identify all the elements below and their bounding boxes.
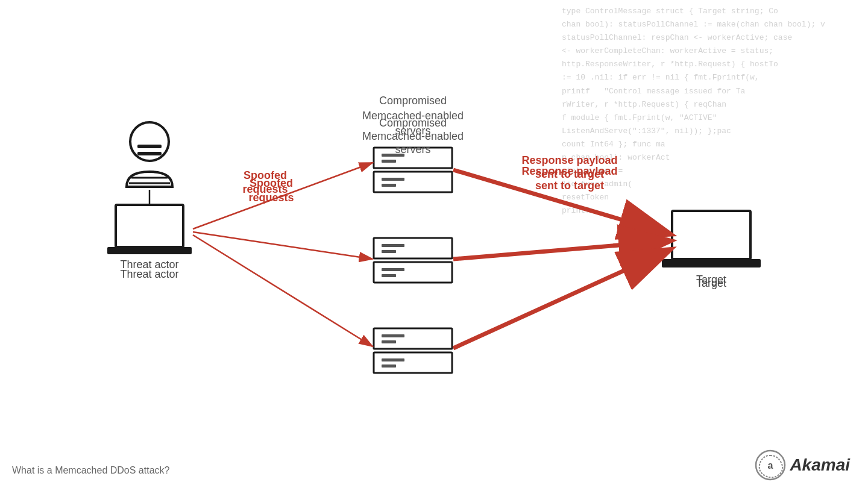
server-bot-1 <box>374 328 452 349</box>
akamai-logo: a Akamai <box>755 449 850 481</box>
akamai-logo-icon: a <box>755 449 786 481</box>
server-mid-1 <box>374 238 452 258</box>
server-top-1-line2 <box>382 160 396 163</box>
target-base <box>662 259 761 267</box>
server-top-2 <box>374 172 452 192</box>
server-bot-2 <box>374 352 452 373</box>
laptop-screen-threat <box>116 205 183 247</box>
response-label-div: Response payload sent to target <box>506 154 633 182</box>
server-mid-2 <box>374 262 452 283</box>
server-top-2-line1 <box>382 178 404 181</box>
server-mid-2-line1 <box>382 268 404 271</box>
comp-line2: Memcached-enabled <box>362 110 464 122</box>
resp-line2: sent to target <box>535 168 604 180</box>
server-bot-1-line2 <box>382 340 396 343</box>
person-visor-icon <box>137 145 162 148</box>
spoof-line1: Spoofed <box>244 169 287 181</box>
arrow-mid-to-target <box>453 241 669 259</box>
diagram-svg: Threat actor Target Co <box>0 0 868 488</box>
spoof-line2: requests <box>242 183 288 195</box>
threat-actor-text-div: Threat actor <box>113 268 186 281</box>
server-mid-1-line2 <box>382 250 396 253</box>
comp-line1: Compromised <box>379 95 447 107</box>
server-mid-1-line1 <box>382 244 404 247</box>
server-top-2-line2 <box>382 184 396 187</box>
akamai-text: Akamai <box>790 455 850 475</box>
svg-text:a: a <box>768 460 773 471</box>
comp-line3: servers <box>395 125 430 137</box>
server-bot-2-line2 <box>382 364 396 368</box>
compromised-label-div: Compromised Memcached-enabled servers <box>353 93 473 139</box>
person-visor2-icon <box>137 152 162 155</box>
target-screen <box>672 211 750 259</box>
laptop-base-threat <box>107 247 192 254</box>
spoofed-label-div: Spoofed requests <box>217 169 313 197</box>
arrow-to-bot <box>193 235 373 346</box>
arrow-to-mid <box>193 232 373 259</box>
server-mid-2-line2 <box>382 274 396 277</box>
person-body-icon <box>127 172 172 187</box>
arrow-bot-to-target <box>453 250 669 348</box>
target-text-div: Target <box>675 277 747 290</box>
server-bot-2-line1 <box>382 358 404 361</box>
compromised-label-3: servers <box>395 143 430 155</box>
bottom-caption: What is a Memcached DDoS attack? <box>12 465 169 476</box>
resp-line1: Response payload <box>521 154 617 166</box>
server-bot-1-line1 <box>382 334 404 337</box>
